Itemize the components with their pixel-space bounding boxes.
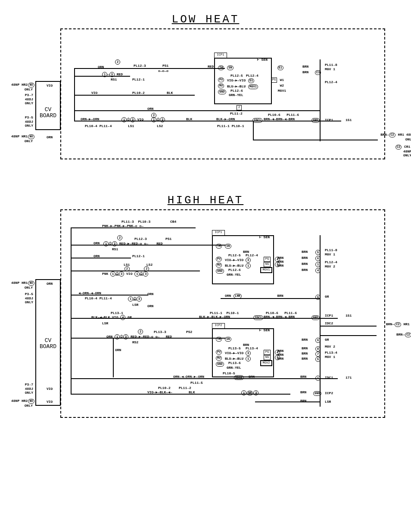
title-high-heat: HIGH HEAT: [9, 194, 402, 207]
h-pl10-2-11-2: PL10-2 PL11-2: [158, 386, 191, 390]
h-pnk-row: PNK—▶—PNK—▶—PNK—o o—: [102, 224, 143, 228]
h-m2-sen: ⊢ SEN: [259, 328, 270, 332]
h-r-brn1: BRN: [302, 250, 308, 254]
lbl-sen: ⊢ SEN: [257, 58, 268, 62]
h-m1-icp1: ICP1: [212, 230, 225, 236]
icp1-module-low: ICP1 ⊢ SEN TH SN PV MV GND PL12-5 PL12-4…: [214, 58, 272, 104]
h-orn-rs1: ORN: [93, 241, 100, 245]
lbl-rs1: 1—3 RED: [102, 72, 123, 77]
lbl-pl11-8: PL11-8: [325, 63, 337, 67]
lbl-w1: W1: [280, 78, 284, 82]
h-m1-mgv1: MGV1: [260, 267, 272, 273]
lbl-w2: W2: [280, 84, 284, 87]
row-grnyel: GRN-YEL: [229, 93, 243, 97]
h-r-brn3: BRN: [302, 262, 308, 266]
icp1-module-high: ICP1 ⊢ SEN TH SN BRN PV MV GND PL12-5 PL…: [212, 235, 274, 284]
h-m2-th: TH SN: [215, 337, 232, 342]
h-pin-48dj-1: 48DJONLY: [20, 296, 33, 304]
h-r-brn7: BRN: [302, 352, 308, 355]
lbl-blk-bot1: BLK: [186, 117, 192, 121]
h-ext-hr1: BRN—C2 HR1 48DJ ONLY: [386, 322, 411, 331]
title-low-heat: LOW HEAT: [9, 13, 402, 26]
h-151: 151: [346, 314, 352, 317]
h-m1-ng: NG: [264, 262, 271, 267]
h-pl10-4: PL10-4 PL11-4: [85, 296, 112, 300]
h-cb4: CB4: [170, 220, 176, 224]
h-r-171: 171: [346, 376, 352, 380]
h-rs1-lbl: RS1: [112, 247, 118, 251]
h-vio-blk-chain: VIO—▶—BLK—◀— BLK: [147, 390, 195, 394]
h-m2-pg: PG: [264, 350, 271, 355]
h-r-c5b: 5: [315, 357, 321, 362]
h-r-c6: 6: [315, 256, 321, 261]
h-m2-mgv2: MGV2: [260, 360, 272, 366]
h-ps1: PS1: [165, 237, 171, 241]
h-pl10-6-11-6: PL10-6 PL11-6: [266, 311, 297, 315]
h-pl11-3-10-3: PL11-3 PL10-3: [121, 220, 150, 224]
h-circ2-rs1: 2: [117, 235, 122, 240]
lbl-mgv1-r: MGV 1: [325, 67, 335, 71]
h-r-pl13-4: PL13-4: [325, 351, 337, 355]
lbl-brn-ext1: BRN—C2 HR1 48DJ ONLY: [380, 133, 411, 141]
h-idc1-node: IDC1: [253, 315, 264, 320]
lbl-151: 151: [346, 118, 352, 122]
pin-p3-7: P3-7: [20, 93, 33, 97]
h-orn-vert: ORN: [115, 348, 121, 352]
h-r-pl12-4: PL12-4: [325, 260, 337, 264]
h-brn-bot3: BRN: [300, 390, 306, 394]
h-orn-loop3: ORN: [147, 304, 153, 308]
pin-p3-5: P3-5: [20, 115, 33, 119]
pin-48dj-1: 48DJONLY: [20, 97, 33, 105]
h-r-brn2: BRN: [302, 256, 308, 260]
h-m2-vio: VIO—▶—VIO 3: [225, 351, 251, 356]
h-r-brn5: BRN: [302, 338, 308, 342]
h-m2-grnyel: GRN-YEL: [227, 366, 241, 370]
lbl-pl10-2: PL10-2: [132, 91, 145, 95]
h-m1-pv: PV: [215, 257, 222, 261]
lbl-ps1: PS1: [162, 64, 168, 68]
h-m1-th: TH SN: [215, 244, 232, 249]
h-r-c8: 8: [315, 346, 321, 352]
lbl-ext2: C2 CR1-3 48NP ONLY: [385, 145, 411, 157]
lbl-pl11-2: PL11-2: [230, 112, 243, 115]
lbl-blk-orn-bot: BLK—▶—ORN: [216, 117, 235, 121]
lbl-pl12-4m: PL12-4: [246, 74, 258, 78]
lbl-pl10-6: PL10-6 PL11-6: [268, 113, 299, 117]
h-m1-sen: ⊢ SEN: [259, 235, 270, 239]
h-rs2-chain: ORN 1⏂3 RED—▶—RED—o o— RED: [106, 334, 172, 339]
h-ps2: PS2: [186, 330, 192, 334]
h-pl12-1: PL12-1: [132, 254, 145, 258]
h-pl11-1-10-1: PL11-1 PL10-1: [210, 311, 239, 315]
pin-hr2: 48NP HR2NO ONLY: [11, 83, 33, 91]
h-nr: 1NR3: [241, 390, 258, 395]
h-pl13-3: PL13-3: [154, 330, 166, 334]
h-r-c7: 7: [315, 352, 321, 357]
h-r-mgv1: MGV 1: [325, 252, 335, 256]
h-r-icp2: ICP2: [325, 391, 333, 395]
lbl-ls1: LS1: [128, 124, 134, 128]
low-heat-schematic-frame: CV BOARD 48NP HR2NO ONLY VIO P3-7 48DJON…: [60, 28, 385, 159]
lbl-pl11-1: PL11-1 PL10-1: [217, 124, 244, 128]
lbl-pl12-4-r: PL12-4: [325, 80, 337, 84]
h-m2-icp2: ICP2: [212, 323, 225, 329]
lbl-brn-r1: BRN: [302, 65, 308, 68]
row-pv: PV: [218, 78, 224, 82]
lbl-pl12-5: PL12-5: [230, 74, 243, 78]
h-lsr-sw: 1⏂3: [128, 296, 142, 302]
lbl-mgv1-m: MGV1: [278, 89, 286, 93]
lbl-ls2: LS2: [157, 124, 163, 128]
h-orn-bot-chain: ORN—◀—ORN—▶—ORN: [173, 375, 204, 379]
wire-vio: VIO: [47, 84, 53, 87]
h-wire-orn-left: ORN: [47, 282, 53, 286]
row-th-sn: TH SN: [218, 65, 234, 70]
lbl-blk-mid: BLK: [167, 91, 173, 95]
h-m1-pg: PG: [264, 257, 271, 262]
h-ls-circ2: 2 2: [122, 266, 149, 271]
h-brn-bot2: BRN: [300, 375, 306, 379]
h-r-c5: 5: [315, 250, 321, 255]
h-gr-r: GR: [325, 295, 329, 299]
h-m1-gnd: GND: [215, 269, 224, 274]
h-m1-pl12-6: PL12-6: [228, 268, 241, 272]
h-r-mgv2: MGV 2: [325, 264, 335, 268]
h-r-gr: GR: [325, 338, 329, 342]
